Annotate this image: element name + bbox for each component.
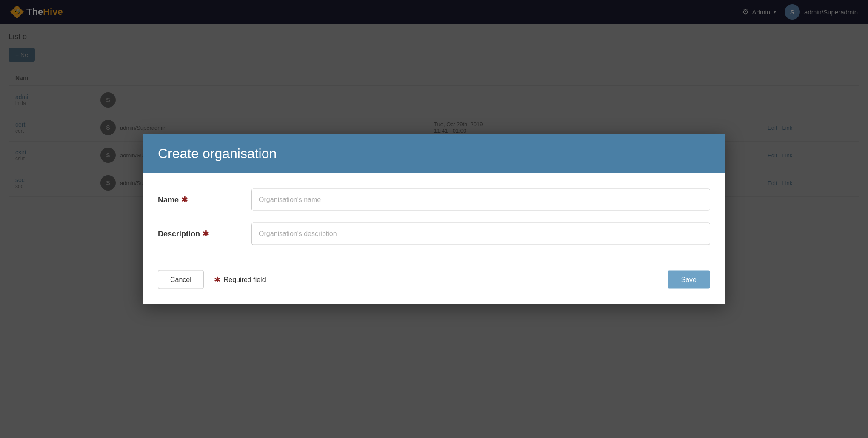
modal-title: Create organisation [158,146,710,162]
name-field-row: Name ✱ [158,189,710,211]
modal-header: Create organisation [143,134,725,173]
hint-star-icon: ✱ [214,275,220,284]
save-button[interactable]: Save [668,271,710,289]
description-field-row: Description ✱ [158,223,710,245]
modal-body: Name ✱ Description ✱ [143,173,725,270]
description-required-star: ✱ [203,229,209,239]
modal-footer: Cancel ✱ Required field Save [143,270,725,304]
required-field-text: Required field [224,276,266,284]
name-input[interactable] [251,189,710,211]
name-label: Name ✱ [158,195,251,205]
create-organisation-modal: Create organisation Name ✱ Description ✱… [143,134,725,304]
required-field-hint: ✱ Required field [214,275,266,284]
description-label: Description ✱ [158,229,251,239]
name-required-star: ✱ [181,195,188,205]
description-input[interactable] [251,223,710,245]
cancel-button[interactable]: Cancel [158,270,204,289]
